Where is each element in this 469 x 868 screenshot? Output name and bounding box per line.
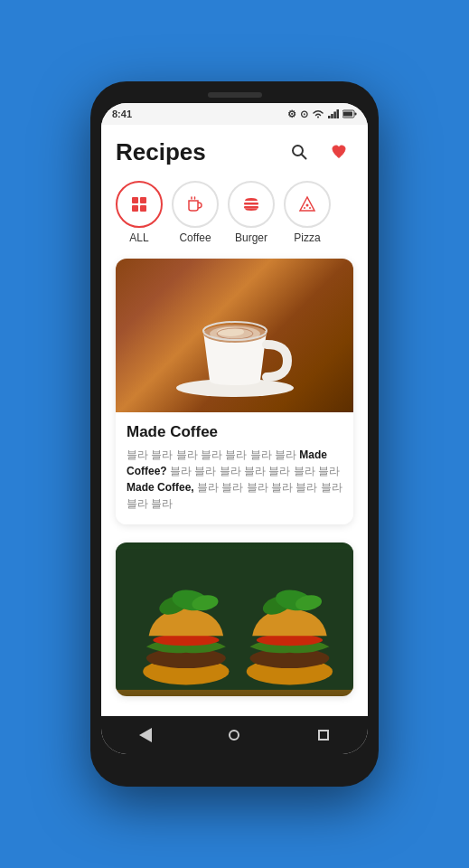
category-circle-all [116, 181, 163, 228]
app-content: Recipes [101, 125, 368, 716]
status-time: 8:41 [112, 108, 132, 119]
svg-rect-3 [337, 109, 340, 118]
home-button[interactable] [218, 719, 250, 751]
speaker [208, 92, 262, 98]
category-label-all: ALL [129, 231, 148, 244]
recipe-card-coffee[interactable]: Made Coffee 블라 블라 블라 블라 블라 블라 블라 Made Co… [116, 259, 353, 524]
svg-point-18 [304, 207, 305, 209]
coffee-image [116, 259, 353, 412]
svg-rect-10 [140, 197, 146, 203]
status-icons: ⚙ ⊙ [287, 108, 357, 120]
svg-rect-15 [244, 203, 258, 205]
svg-point-35 [257, 634, 323, 646]
svg-rect-9 [132, 197, 138, 203]
favorite-button[interactable] [324, 137, 353, 166]
category-row: ALL Coffee [101, 174, 368, 259]
top-bar: Recipes [101, 125, 368, 174]
home-icon [229, 730, 239, 741]
burger-image [116, 542, 353, 696]
battery-icon [342, 109, 357, 118]
dot-circle-icon: ⊙ [300, 108, 308, 120]
category-label-burger: Burger [235, 231, 267, 244]
phone-screen: 8:41 ⚙ ⊙ [101, 103, 368, 754]
svg-rect-0 [328, 116, 331, 118]
recipe-card-burger[interactable] [116, 542, 353, 696]
svg-point-17 [306, 204, 309, 207]
svg-rect-6 [355, 113, 357, 116]
recipe-name-coffee: Made Coffee [127, 423, 342, 441]
signal-bars-icon [328, 109, 339, 118]
svg-rect-5 [343, 112, 352, 117]
svg-rect-2 [333, 112, 336, 119]
recent-icon [318, 730, 329, 741]
recent-button[interactable] [307, 719, 340, 751]
category-circle-burger [228, 181, 275, 228]
svg-rect-1 [331, 114, 333, 118]
wifi-icon [312, 109, 324, 118]
svg-point-29 [153, 634, 219, 646]
top-icons [285, 137, 353, 166]
back-icon [139, 728, 152, 742]
svg-point-19 [309, 207, 311, 209]
svg-rect-16 [244, 206, 258, 209]
recipe-info-coffee: Made Coffee 블라 블라 블라 블라 블라 블라 블라 Made Co… [116, 412, 353, 524]
page-title: Recipes [116, 138, 206, 166]
category-circle-pizza [284, 181, 331, 228]
back-button[interactable] [129, 719, 162, 751]
phone-frame: 8:41 ⚙ ⊙ [90, 81, 379, 787]
category-label-coffee: Coffee [179, 231, 211, 244]
svg-rect-11 [132, 205, 138, 212]
svg-line-8 [302, 155, 306, 159]
svg-rect-12 [140, 205, 146, 212]
recipe-desc-coffee: 블라 블라 블라 블라 블라 블라 블라 Made Coffee? 블라 블라 … [127, 447, 342, 512]
bottom-nav [101, 716, 368, 754]
category-all[interactable]: ALL [116, 181, 163, 244]
settings-icon: ⚙ [287, 108, 296, 120]
search-button[interactable] [285, 137, 314, 166]
status-bar: 8:41 ⚙ ⊙ [101, 103, 368, 125]
category-circle-coffee [172, 181, 219, 228]
category-label-pizza: Pizza [294, 231, 320, 244]
category-burger[interactable]: Burger [228, 181, 275, 244]
category-coffee[interactable]: Coffee [172, 181, 219, 244]
category-pizza[interactable]: Pizza [284, 181, 331, 244]
